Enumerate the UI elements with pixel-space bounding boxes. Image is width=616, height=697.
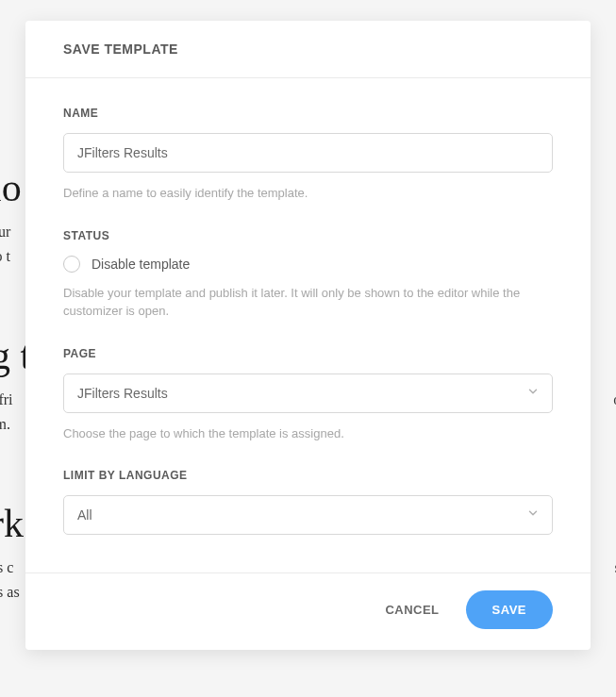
modal-header: SAVE TEMPLATE (25, 21, 591, 78)
language-group: LIMIT BY LANGUAGE All (63, 469, 553, 535)
bg-text: to t (0, 244, 10, 269)
name-help: Define a name to easily identify the tem… (63, 184, 553, 203)
bg-text: t fri (0, 388, 13, 412)
cancel-button[interactable]: CANCEL (377, 591, 446, 628)
page-select[interactable]: JFilters Results (63, 373, 553, 413)
save-button[interactable]: SAVE (466, 590, 553, 629)
page-select-wrapper: JFilters Results (63, 373, 553, 413)
page-label: PAGE (63, 347, 553, 360)
modal-footer: CANCEL SAVE (25, 573, 591, 650)
bg-text: es as (0, 580, 20, 605)
name-input[interactable] (63, 133, 553, 173)
language-select-wrapper: All (63, 495, 553, 535)
bg-text: our (0, 220, 10, 244)
modal-body: NAME Define a name to easily identify th… (25, 78, 591, 573)
modal-title: SAVE TEMPLATE (63, 41, 553, 57)
name-group: NAME Define a name to easily identify th… (63, 107, 553, 203)
disable-template-label: Disable template (92, 257, 190, 272)
language-select[interactable]: All (63, 495, 553, 535)
bg-text: lm. (0, 412, 13, 437)
name-label: NAME (63, 107, 553, 120)
disable-template-checkbox[interactable] (63, 256, 80, 273)
page-group: PAGE JFilters Results Choose the page to… (63, 347, 553, 443)
language-label: LIMIT BY LANGUAGE (63, 469, 553, 482)
page-help: Choose the page to which the template is… (63, 424, 553, 443)
bg-text: es c (0, 556, 20, 580)
disable-template-row: Disable template (63, 256, 553, 273)
status-label: STATUS (63, 229, 553, 242)
save-template-modal: SAVE TEMPLATE NAME Define a name to easi… (25, 21, 591, 650)
status-group: STATUS Disable template Disable your tem… (63, 229, 553, 321)
status-help: Disable your template and publish it lat… (63, 284, 553, 321)
